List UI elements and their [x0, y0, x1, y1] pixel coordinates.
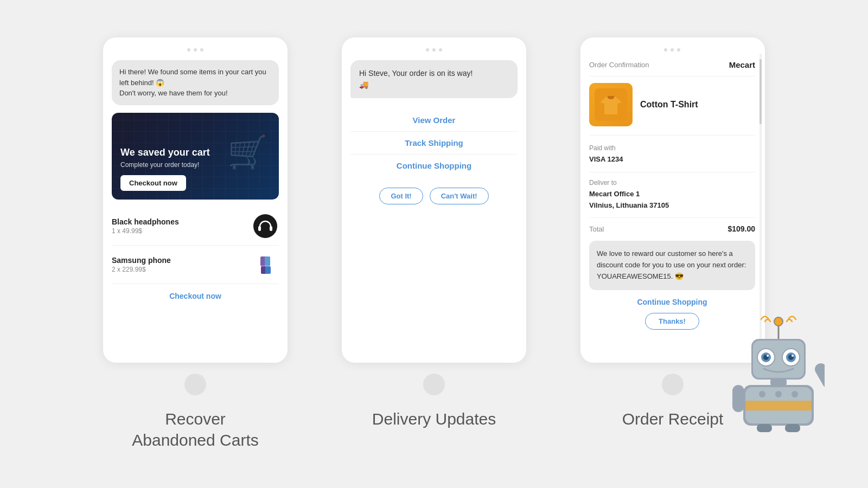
svg-rect-21 — [770, 379, 787, 386]
product-qty-phone: 2 x 229.99$ — [112, 266, 171, 273]
chat-bubble-cart: Hi there! We found some items in your ca… — [112, 60, 279, 105]
svg-rect-31 — [785, 424, 800, 432]
svg-rect-2 — [270, 226, 272, 231]
phone-dots-3 — [589, 48, 755, 52]
discount-bubble: We love to reward our customer so here's… — [589, 241, 755, 290]
receipt-delivery-section: Deliver to Mecart Office 1Vilnius, Lithu… — [589, 179, 755, 219]
dot — [439, 48, 442, 52]
svg-rect-28 — [732, 385, 744, 412]
product-info-headphones: Black headphones 1 x 49.99$ — [112, 217, 179, 235]
delivery-label: Deliver to — [589, 179, 755, 187]
thanks-btn[interactable]: Thanks! — [645, 313, 699, 330]
svg-point-25 — [759, 391, 765, 397]
cart-image-block: 🛒 We saved your cart Complete your order… — [112, 113, 279, 200]
receipt-header: Order Confirmation Mecart — [589, 60, 755, 76]
svg-rect-24 — [745, 401, 812, 410]
section-title-3: Order Receipt — [622, 408, 724, 429]
svg-rect-5 — [265, 256, 270, 266]
delivery-value: Mecart Office 1Vilnius, Lithuania 37105 — [589, 189, 755, 211]
track-shipping-link[interactable]: Track Shipping — [350, 132, 518, 155]
receipt-payment-section: Paid with VISA 1234 — [589, 144, 755, 172]
panel-delivery: Hi Steve, Your order is on its way!🚚 Vie… — [331, 37, 537, 429]
dot — [671, 48, 674, 52]
svg-point-26 — [775, 391, 782, 397]
svg-rect-30 — [757, 424, 772, 432]
delivery-actions: View Order Track Shipping Continue Shopp… — [350, 109, 518, 177]
pill-buttons-delivery: Got It! Can't Wait! — [350, 188, 518, 204]
dot — [426, 48, 429, 52]
thanks-pill-container: Thanks! — [589, 313, 755, 330]
robot-illustration — [732, 313, 825, 434]
product-info-phone: Samsung phone 2 x 229.99$ — [112, 256, 171, 273]
receipt-scrollbar[interactable] — [760, 54, 762, 346]
product-name-headphones: Black headphones — [112, 217, 179, 226]
section-title-2: Delivery Updates — [372, 408, 496, 429]
cart-image-title: We saved your cart — [120, 147, 270, 159]
dot — [200, 48, 203, 52]
cant-wait-btn[interactable]: Can't Wait! — [430, 188, 489, 204]
got-it-btn[interactable]: Got It! — [379, 188, 423, 204]
product-qty-headphones: 1 x 49.99$ — [112, 227, 179, 235]
delivery-message-bubble: Hi Steve, Your order is on its way!🚚 — [350, 60, 518, 98]
page-wrapper: Hi there! We found some items in your ca… — [11, 37, 857, 451]
receipt-scrollbar-thumb — [760, 59, 762, 124]
phone-bottom-circle-2 — [423, 374, 445, 395]
svg-point-19 — [767, 355, 769, 357]
phone-icon — [252, 251, 279, 278]
svg-point-0 — [253, 214, 277, 238]
svg-rect-1 — [258, 226, 261, 231]
panel-abandoned-carts: Hi there! We found some items in your ca… — [92, 37, 298, 451]
dot — [664, 48, 667, 52]
payment-value: VISA 1234 — [589, 154, 755, 165]
svg-rect-7 — [260, 265, 270, 267]
svg-rect-29 — [813, 361, 825, 390]
payment-label: Paid with — [589, 144, 755, 152]
total-label: Total — [589, 225, 604, 233]
delivery-message-text: Hi Steve, Your order is on its way!🚚 — [359, 69, 473, 89]
phone-bottom-circle-3 — [662, 374, 684, 395]
svg-point-10 — [774, 317, 783, 326]
dot — [677, 48, 680, 52]
product-row-phone: Samsung phone 2 x 229.99$ — [112, 246, 279, 284]
dot — [187, 48, 190, 52]
receipt-brand: Mecart — [729, 60, 755, 69]
product-name-phone: Samsung phone — [112, 256, 171, 265]
phone-dots-1 — [112, 48, 279, 52]
dot — [194, 48, 197, 52]
phone-card-2: Hi Steve, Your order is on its way!🚚 Vie… — [342, 37, 526, 363]
cart-image-subtitle: Complete your order today! — [120, 161, 270, 169]
cart-image-overlay: We saved your cart Complete your order t… — [112, 113, 279, 200]
receipt-product-name: Cotton T-Shirt — [640, 100, 698, 110]
discount-text: We love to reward our customer so here's… — [597, 249, 746, 280]
phone-card-1: Hi there! We found some items in your ca… — [103, 37, 288, 363]
section-title-1: RecoverAbandoned Carts — [132, 408, 259, 451]
view-order-link[interactable]: View Order — [350, 109, 518, 132]
continue-shopping-link-receipt[interactable]: Continue Shopping — [589, 298, 755, 306]
checkout-btn-image[interactable]: Checkout now — [120, 175, 186, 191]
continue-shopping-link-delivery[interactable]: Continue Shopping — [350, 155, 518, 177]
svg-rect-6 — [265, 266, 271, 274]
total-amount: $109.00 — [727, 224, 755, 233]
checkout-link[interactable]: Checkout now — [112, 292, 279, 303]
svg-point-20 — [792, 355, 794, 357]
svg-point-27 — [792, 391, 798, 397]
phone-dots-2 — [350, 48, 518, 52]
receipt-total-row: Total $109.00 — [589, 224, 755, 233]
dot — [432, 48, 436, 52]
receipt-product: Cotton T-Shirt — [589, 83, 755, 136]
headphones-icon — [252, 213, 279, 240]
receipt-label: Order Confirmation — [589, 61, 649, 69]
tshirt-icon — [589, 83, 633, 126]
product-row-headphones: Black headphones 1 x 49.99$ — [112, 207, 279, 246]
phone-bottom-circle-1 — [184, 374, 206, 395]
